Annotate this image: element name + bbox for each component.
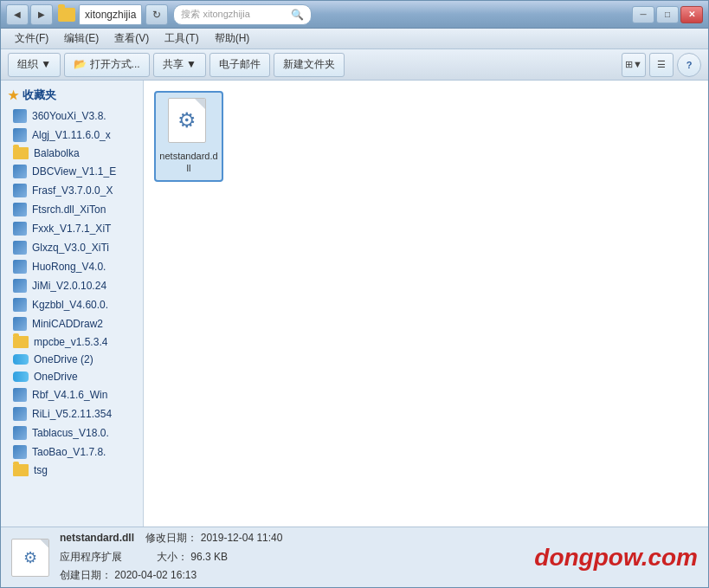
sidebar-item-8[interactable]: HuoRong_V4.0. bbox=[1, 257, 143, 276]
organize-button[interactable]: 组织 ▼ bbox=[8, 53, 61, 77]
sidebar-item-0[interactable]: 360YouXi_V3.8. bbox=[1, 107, 143, 126]
email-button[interactable]: 电子邮件 bbox=[209, 53, 270, 77]
sidebar-item-3[interactable]: DBCView_V1.1_E bbox=[1, 162, 143, 181]
sidebar-item-12[interactable]: mpcbe_v1.5.3.4 bbox=[1, 333, 143, 351]
sidebar-item-9[interactable]: JiMi_V2.0.10.24 bbox=[1, 276, 143, 295]
sidebar-label-10: Kgzbbl_V4.60.0. bbox=[32, 299, 108, 311]
app-icon-6 bbox=[13, 222, 27, 236]
folder-icon-12 bbox=[13, 336, 29, 348]
view-toggle-button[interactable]: ⊞▼ bbox=[622, 53, 646, 77]
sidebar-item-6[interactable]: Fxxk_V1.7.1_XiT bbox=[1, 219, 143, 238]
app-icon-7 bbox=[13, 241, 27, 255]
address-text: xitongzhijia bbox=[85, 9, 136, 21]
sidebar-label-6: Fxxk_V1.7.1_XiT bbox=[32, 223, 111, 235]
content-area: ⚙ netstandard.dll bbox=[144, 81, 708, 527]
new-folder-button[interactable]: 新建文件夹 bbox=[274, 53, 345, 77]
sidebar-item-11[interactable]: MiniCADDraw2 bbox=[1, 314, 143, 333]
app-icon-5 bbox=[13, 203, 27, 216]
sidebar-label-19: tsg bbox=[34, 464, 48, 476]
sidebar-label-0: 360YouXi_V3.8. bbox=[32, 110, 106, 122]
help-button[interactable]: ? bbox=[677, 53, 701, 77]
sidebar-item-16[interactable]: RiLi_V5.2.11.354 bbox=[1, 404, 143, 423]
onedrive-icon-14 bbox=[13, 372, 29, 382]
sidebar-item-2[interactable]: Balabolka bbox=[1, 145, 143, 162]
sidebar-label-12: mpcbe_v1.5.3.4 bbox=[34, 336, 107, 348]
nav-buttons: ◀ ▶ bbox=[6, 4, 53, 25]
menu-file[interactable]: 文件(F) bbox=[8, 29, 55, 48]
app-icon-0 bbox=[13, 109, 27, 123]
folder-icon bbox=[58, 8, 75, 22]
sidebar: ★ 收藏夹 360YouXi_V3.8. Algj_V1.11.6.0_x Ba… bbox=[1, 81, 144, 527]
sidebar-item-10[interactable]: Kgzbbl_V4.60.0. bbox=[1, 295, 143, 314]
explorer-window: ◀ ▶ xitongzhijia ↻ 搜索 xitongzhijia 🔍 ─ □… bbox=[0, 0, 709, 588]
status-info: netstandard.dll 修改日期： 2019-12-04 11:40 应… bbox=[60, 529, 524, 585]
folder-icon-2 bbox=[13, 147, 29, 159]
address-bar[interactable]: xitongzhijia bbox=[79, 4, 142, 25]
menu-edit[interactable]: 编辑(E) bbox=[57, 29, 106, 48]
minimize-button[interactable]: ─ bbox=[632, 6, 654, 23]
file-name: netstandard.dll bbox=[159, 150, 218, 175]
app-icon-11 bbox=[13, 317, 27, 331]
status-file-icon: ⚙ bbox=[11, 539, 49, 577]
search-placeholder: 搜索 xitongzhijia bbox=[181, 8, 249, 21]
sidebar-item-4[interactable]: Frasf_V3.7.0.0_X bbox=[1, 181, 143, 200]
app-icon-4 bbox=[13, 184, 27, 197]
menu-view[interactable]: 查看(V) bbox=[107, 29, 156, 48]
maximize-button[interactable]: □ bbox=[656, 6, 679, 23]
app-icon-8 bbox=[13, 260, 27, 274]
menu-help[interactable]: 帮助(H) bbox=[208, 29, 257, 48]
search-bar[interactable]: 搜索 xitongzhijia 🔍 bbox=[173, 4, 312, 25]
sidebar-label-15: Rbf_V4.1.6_Win bbox=[32, 389, 107, 401]
app-icon-18 bbox=[13, 445, 27, 459]
sidebar-item-17[interactable]: Tablacus_V18.0. bbox=[1, 423, 143, 443]
titlebar-left: ◀ ▶ xitongzhijia ↻ 搜索 xitongzhijia 🔍 bbox=[6, 4, 312, 25]
main-area: ★ 收藏夹 360YouXi_V3.8. Algj_V1.11.6.0_x Ba… bbox=[1, 81, 708, 527]
menu-tools[interactable]: 工具(T) bbox=[158, 29, 205, 48]
favorites-star-icon: ★ bbox=[8, 88, 19, 102]
sidebar-item-19[interactable]: tsg bbox=[1, 462, 143, 479]
view-controls: ⊞▼ ☰ ? bbox=[622, 53, 701, 77]
sidebar-item-18[interactable]: TaoBao_V1.7.8. bbox=[1, 443, 143, 462]
status-filename: netstandard.dll bbox=[60, 532, 134, 544]
sidebar-label-14: OneDrive bbox=[34, 371, 78, 383]
details-pane-button[interactable]: ☰ bbox=[649, 53, 674, 77]
toolbar: 组织 ▼ 📂 打开方式... 共享 ▼ 电子邮件 新建文件夹 ⊞▼ ☰ ? bbox=[1, 49, 708, 81]
sidebar-item-13[interactable]: OneDrive (2) bbox=[1, 351, 143, 368]
sidebar-label-13: OneDrive (2) bbox=[34, 353, 93, 365]
modified-date: 2019-12-04 11:40 bbox=[201, 532, 283, 544]
app-icon-15 bbox=[13, 388, 27, 402]
sidebar-label-18: TaoBao_V1.7.8. bbox=[32, 446, 106, 458]
gear-icon: ⚙ bbox=[177, 108, 197, 132]
refresh-button[interactable]: ↻ bbox=[145, 4, 168, 25]
app-icon-10 bbox=[13, 298, 27, 312]
forward-button[interactable]: ▶ bbox=[30, 4, 53, 25]
file-type-label: 应用程序扩展 bbox=[60, 551, 122, 563]
sidebar-label-11: MiniCADDraw2 bbox=[32, 318, 103, 330]
window-controls: ─ □ ✕ bbox=[632, 6, 703, 23]
close-button[interactable]: ✕ bbox=[680, 6, 703, 23]
app-icon-1 bbox=[13, 128, 27, 142]
sidebar-item-14[interactable]: OneDrive bbox=[1, 368, 143, 385]
sidebar-item-5[interactable]: Ftsrch.dll_XiTon bbox=[1, 200, 143, 219]
file-item-netstandard[interactable]: ⚙ netstandard.dll bbox=[154, 91, 223, 182]
dll-icon: ⚙ bbox=[168, 98, 209, 146]
sidebar-label-2: Balabolka bbox=[34, 147, 80, 159]
app-icon-3 bbox=[13, 165, 27, 178]
sidebar-label-4: Frasf_V3.7.0.0_X bbox=[32, 184, 113, 197]
sidebar-label-8: HuoRong_V4.0. bbox=[32, 261, 106, 273]
created-label: 创建日期： bbox=[60, 569, 112, 581]
status-gear-icon: ⚙ bbox=[23, 548, 37, 567]
sidebar-label-16: RiLi_V5.2.11.354 bbox=[32, 408, 112, 420]
share-button[interactable]: 共享 ▼ bbox=[153, 53, 206, 77]
sidebar-item-7[interactable]: Glxzq_V3.0_XiTi bbox=[1, 238, 143, 257]
search-icon: 🔍 bbox=[291, 9, 304, 21]
sidebar-item-15[interactable]: Rbf_V4.1.6_Win bbox=[1, 385, 143, 404]
sidebar-item-1[interactable]: Algj_V1.11.6.0_x bbox=[1, 126, 143, 145]
size-value: 96.3 KB bbox=[190, 551, 228, 563]
back-button[interactable]: ◀ bbox=[6, 4, 29, 25]
sidebar-label-7: Glxzq_V3.0_XiTi bbox=[32, 242, 109, 254]
open-with-button[interactable]: 📂 打开方式... bbox=[64, 53, 149, 77]
size-label: 大小： bbox=[157, 551, 188, 563]
app-icon-17 bbox=[13, 426, 27, 440]
app-icon-16 bbox=[13, 407, 27, 421]
